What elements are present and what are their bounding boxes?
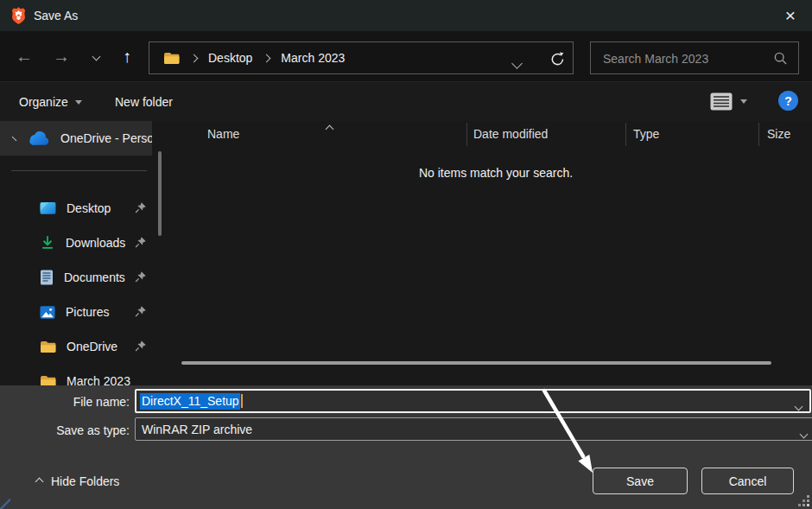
caret-down-icon <box>75 100 82 105</box>
sidebar-item-pictures[interactable]: Pictures <box>0 295 180 329</box>
onedrive-icon <box>26 131 49 146</box>
chevron-up-icon <box>35 477 44 486</box>
sidebar-item-label: Pictures <box>66 305 110 319</box>
chevron-down-icon <box>511 58 523 69</box>
forward-button[interactable]: → <box>48 31 74 81</box>
hide-folders-button[interactable]: Hide Folders <box>36 474 119 488</box>
organize-button[interactable]: Organize <box>19 82 82 122</box>
expand-chevron-icon[interactable] <box>12 136 17 141</box>
save-as-type-label: Save as type: <box>0 423 130 437</box>
sidebar-item-label: March 2023 <box>67 374 130 385</box>
column-header-size[interactable]: Size <box>767 127 790 141</box>
navigation-bar: ← → ↑ Desktop March 2023 <box>0 31 812 81</box>
sidebar-item-label: Documents <box>64 270 125 284</box>
column-divider[interactable] <box>466 123 467 146</box>
back-button[interactable]: ← <box>11 31 37 81</box>
documents-icon <box>40 270 54 285</box>
hide-folders-label: Hide Folders <box>51 474 119 488</box>
resize-grip-icon[interactable] <box>807 504 809 506</box>
file-name-label: File name: <box>0 395 130 409</box>
search-box <box>590 41 799 74</box>
column-divider[interactable] <box>758 123 759 146</box>
text-caret <box>241 394 243 408</box>
caret-down-icon <box>740 99 747 104</box>
cancel-button[interactable]: Cancel <box>701 468 794 494</box>
pin-icon <box>134 201 147 217</box>
file-name-value: DirectX_11_Setup <box>140 393 240 410</box>
brave-icon <box>10 6 27 25</box>
sidebar-item-onedrive-personal[interactable]: OneDrive - Perso <box>0 121 152 156</box>
up-button[interactable]: ↑ <box>114 31 140 81</box>
new-folder-label: New folder <box>115 95 173 109</box>
folder-icon <box>163 52 180 65</box>
address-dropdown-button[interactable] <box>513 56 521 70</box>
desktop-icon <box>40 201 56 216</box>
refresh-button[interactable] <box>549 51 566 67</box>
sidebar-item-desktop[interactable]: Desktop <box>0 191 180 226</box>
help-button[interactable]: ? <box>778 91 798 111</box>
breadcrumb-item-desktop[interactable]: Desktop <box>208 51 252 65</box>
column-header-type[interactable]: Type <box>633 127 659 141</box>
horizontal-scrollbar[interactable] <box>181 361 771 365</box>
recent-locations-button[interactable] <box>83 31 109 81</box>
save-panel: File name: DirectX_11_Setup Save as type… <box>0 385 812 509</box>
sidebar-item-label: Downloads <box>66 236 125 250</box>
pin-icon <box>134 270 147 286</box>
pin-icon <box>134 236 147 251</box>
file-name-input[interactable]: DirectX_11_Setup <box>135 389 811 413</box>
save-as-type-select[interactable]: WinRAR ZIP archive <box>135 417 812 441</box>
sidebar-item-march-2023[interactable]: March 2023 <box>0 364 180 385</box>
folder-icon <box>40 375 56 386</box>
breadcrumb-item-march-2023[interactable]: March 2023 <box>281 51 345 65</box>
save-button[interactable]: Save <box>593 468 688 494</box>
empty-folder-message: No items match your search. <box>180 166 812 180</box>
sidebar-item-onedrive[interactable]: OneDrive <box>0 329 180 364</box>
folder-icon <box>40 340 56 353</box>
search-icon[interactable] <box>773 51 788 68</box>
title-bar: Save As × <box>0 0 812 31</box>
navigation-pane: OneDrive - Perso Desktop <box>0 121 180 385</box>
search-input[interactable] <box>601 42 764 75</box>
pin-icon <box>134 305 147 321</box>
column-header-name[interactable]: Name <box>207 127 239 141</box>
column-divider[interactable] <box>625 123 626 146</box>
organize-label: Organize <box>19 95 68 109</box>
list-view-icon <box>710 92 733 111</box>
corner-artifact <box>0 499 10 509</box>
pictures-icon <box>40 305 55 320</box>
chevron-down-icon <box>92 52 100 60</box>
command-bar: Organize New folder ? <box>0 81 812 121</box>
pin-icon <box>134 340 147 355</box>
save-as-type-value: WinRAR ZIP archive <box>142 423 252 436</box>
column-header-date-modified[interactable]: Date modified <box>473 127 548 141</box>
save-as-dialog: Save As × ← → ↑ Desktop March 2023 <box>0 0 812 509</box>
view-mode-button[interactable] <box>710 92 747 111</box>
sidebar-separator <box>11 170 147 171</box>
downloads-icon <box>40 235 55 251</box>
close-button[interactable]: × <box>777 3 803 29</box>
chevron-right-icon <box>190 54 199 62</box>
sidebar-item-label: OneDrive <box>67 340 117 353</box>
sidebar-root-label: OneDrive - Perso <box>60 131 152 145</box>
sidebar-item-documents[interactable]: Documents <box>0 260 180 295</box>
sort-ascending-icon <box>327 121 333 135</box>
sidebar-item-label: Desktop <box>67 201 111 215</box>
new-folder-button[interactable]: New folder <box>115 82 173 122</box>
file-list: Name Date modified Type Size No items ma… <box>180 121 812 385</box>
chevron-right-icon <box>263 54 271 62</box>
chevron-down-icon[interactable] <box>796 398 802 412</box>
window-title: Save As <box>34 9 78 22</box>
sidebar-item-downloads[interactable]: Downloads <box>0 226 180 260</box>
address-bar[interactable]: Desktop March 2023 <box>149 41 574 74</box>
chevron-down-icon <box>801 426 807 440</box>
